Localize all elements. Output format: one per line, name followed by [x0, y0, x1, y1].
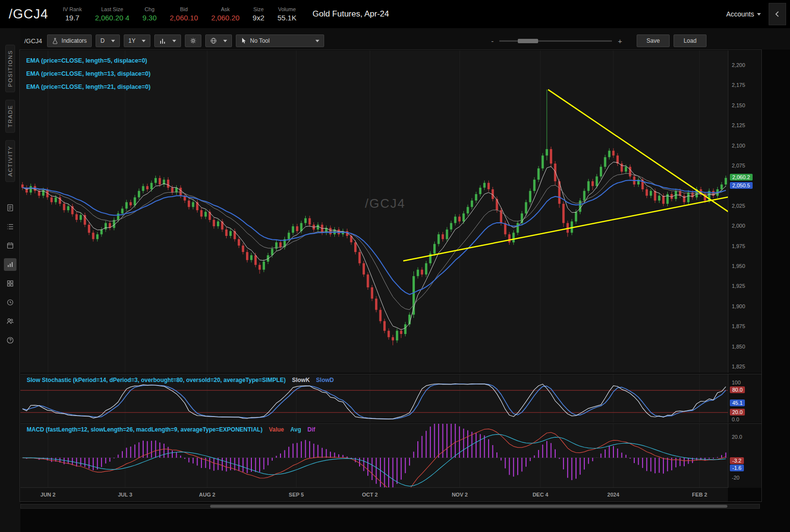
- macd-canvas: [20, 424, 728, 488]
- stat-label: IV Rank: [63, 6, 82, 12]
- stat-volume: Volume 55.1K: [278, 6, 296, 22]
- sidebar-tab-activity[interactable]: ACTIVITY: [5, 140, 15, 182]
- quote-header: /GCJ4 IV Rank 19.7 Last Size 2,060.20 4 …: [0, 0, 790, 28]
- chart-settings-button[interactable]: [185, 34, 201, 47]
- axis-tick: 1,875: [732, 323, 745, 329]
- stat-iv-rank: IV Rank 19.7: [63, 6, 82, 22]
- stat-value: 55.1K: [278, 14, 296, 22]
- chart-grid-dropdown[interactable]: [205, 34, 232, 47]
- chart-style-dropdown[interactable]: [154, 34, 181, 47]
- chevron-down-icon: [757, 13, 761, 16]
- zoom-in-button[interactable]: +: [616, 37, 624, 45]
- axis-tick: 1,825: [732, 364, 745, 369]
- range-dropdown[interactable]: 1Y: [124, 34, 151, 47]
- macd-pane[interactable]: MACD (fastLength=12, slowLength=26, macd…: [20, 423, 728, 488]
- zoom-out-button[interactable]: -: [489, 37, 495, 45]
- indicators-label: Indicators: [62, 37, 87, 44]
- chart-toolbar: /GCJ4 Indicators D 1Y No Tool: [24, 34, 707, 48]
- users-icon[interactable]: [4, 315, 16, 328]
- stochastic-pane[interactable]: Slow Stochastic (kPeriod=14, dPeriod=3, …: [20, 374, 728, 423]
- axis-tick: 1,900: [732, 303, 745, 309]
- chart-icon[interactable]: [4, 258, 16, 271]
- axis-badge: 2,060.2: [730, 174, 753, 181]
- stochastic-axis[interactable]: 1000.080.045.120.0: [728, 374, 761, 423]
- stat-value: 2,060.10: [170, 14, 198, 22]
- stochastic-canvas: [20, 374, 728, 423]
- axis-badge: 80.0: [730, 386, 745, 393]
- stat-value: 2,060.20: [211, 14, 239, 22]
- stat-value: 9x2: [253, 14, 264, 22]
- time-axis-label: JUN 2: [40, 492, 55, 498]
- price-axis[interactable]: 2,2002,1752,1502,1252,1002,0752,0502,025…: [728, 50, 761, 373]
- axis-tick: 20.0: [732, 434, 742, 440]
- axis-badge: -3.2: [730, 457, 744, 464]
- time-axis-label: OCT 2: [362, 492, 378, 498]
- axis-tick: 2,000: [732, 223, 745, 229]
- notes-icon[interactable]: [4, 201, 16, 214]
- grid-icon[interactable]: [4, 277, 16, 290]
- time-axis-label: NOV 2: [452, 492, 468, 498]
- zoom-slider-thumb[interactable]: [518, 39, 538, 43]
- price-chart-canvas: [20, 50, 728, 373]
- calendar-icon[interactable]: [4, 239, 16, 252]
- indicators-flask-icon: [52, 38, 58, 44]
- axis-tick: 1,925: [732, 283, 745, 289]
- sidebar-tab-positions[interactable]: POSITIONS: [5, 45, 15, 92]
- axis-tick: 2,025: [732, 203, 745, 209]
- clock-icon[interactable]: [4, 296, 16, 309]
- stat-label: Chg: [145, 6, 154, 12]
- stat-bid: Bid 2,060.10: [170, 6, 198, 22]
- chevron-down-icon: [142, 40, 146, 42]
- chevron-left-icon: [774, 11, 780, 17]
- time-axis-label: SEP 5: [289, 492, 304, 498]
- stat-label: Size: [253, 6, 263, 12]
- collapse-panel-button[interactable]: [769, 3, 786, 25]
- chevron-down-icon: [172, 40, 176, 42]
- stat-value: 19.7: [66, 14, 80, 22]
- axis-tick: 2,125: [732, 122, 745, 128]
- time-axis-label: DEC 4: [532, 492, 548, 498]
- axis-tick: 2,175: [732, 82, 745, 88]
- timeframe-dropdown[interactable]: D: [96, 34, 120, 47]
- help-icon[interactable]: [4, 334, 16, 347]
- sidebar-tab-trade[interactable]: TRADE: [5, 100, 15, 133]
- axis-badge: -1.6: [730, 465, 744, 471]
- zoom-slider-track[interactable]: [499, 40, 612, 42]
- list-icon[interactable]: [4, 220, 16, 233]
- drawing-tool-dropdown[interactable]: No Tool: [236, 34, 324, 47]
- axis-tick: 0.0: [732, 416, 739, 422]
- scrollbar-thumb[interactable]: [210, 505, 727, 508]
- accounts-menu[interactable]: Accounts: [726, 10, 761, 18]
- load-button[interactable]: Load: [674, 34, 707, 47]
- stat-last-size: Last Size 2,060.20 4: [95, 6, 130, 22]
- axis-badge: 20.0: [730, 409, 745, 416]
- cursor-icon: [241, 37, 247, 44]
- globe-grid-icon: [210, 37, 217, 44]
- price-pane[interactable]: /GCJ4 EMA (price=CLOSE, length=5, displa…: [20, 50, 728, 373]
- axis-tick: 1,975: [732, 243, 745, 249]
- time-axis-label: FEB 2: [692, 492, 707, 498]
- tool-value: No Tool: [250, 37, 269, 44]
- time-axis-label: JUL 3: [118, 492, 132, 498]
- save-button[interactable]: Save: [637, 34, 670, 47]
- chart-scrollbar[interactable]: [20, 504, 760, 509]
- left-sidebar: POSITIONS TRADE ACTIVITY: [0, 28, 20, 532]
- axis-tick: -20: [732, 475, 740, 481]
- bar-chart-icon: [159, 38, 166, 44]
- range-value: 1Y: [129, 37, 136, 44]
- instrument-title: Gold Futures, Apr-24: [313, 9, 389, 19]
- macd-axis[interactable]: 20.0-20-3.2-1.6: [728, 423, 761, 488]
- stat-value: 2,060.20 4: [95, 14, 130, 22]
- stat-label: Ask: [221, 6, 230, 12]
- time-axis[interactable]: JUN 2JUL 3AUG 2SEP 5OCT 2NOV 2DEC 42024F…: [20, 487, 728, 501]
- accounts-label: Accounts: [726, 10, 754, 18]
- sidebar-icon-stack: [4, 201, 16, 347]
- indicators-button[interactable]: Indicators: [47, 34, 92, 47]
- stat-ask: Ask 2,060.20: [211, 6, 239, 22]
- stat-label: Last Size: [101, 6, 123, 12]
- chart-symbol-label: /GCJ4: [24, 37, 42, 45]
- symbol-title: /GCJ4: [9, 7, 49, 22]
- axis-badge: 2,050.5: [730, 182, 753, 189]
- stat-chg: Chg 9.30: [143, 6, 157, 22]
- axis-tick: 2,100: [732, 143, 745, 149]
